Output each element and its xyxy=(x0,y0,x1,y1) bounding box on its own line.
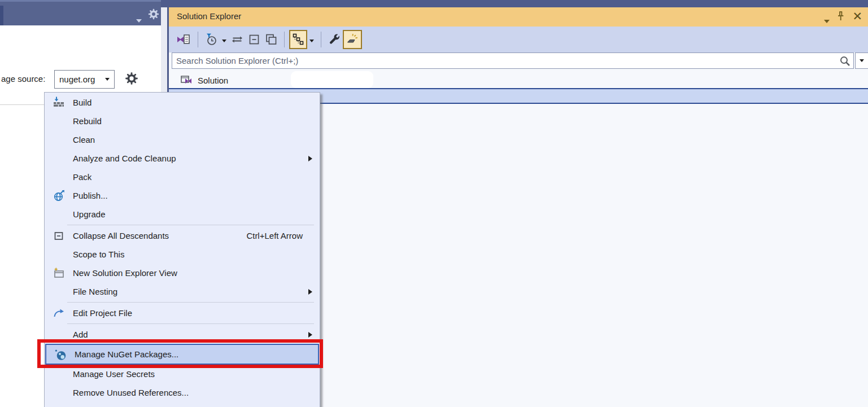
menu-item-manage-user-secrets[interactable]: Manage User Secrets xyxy=(45,365,320,383)
solution-explorer-titlebar: Solution Explorer ✕ xyxy=(169,7,868,27)
search-options-button[interactable] xyxy=(855,52,868,69)
preview-all-documents-icon[interactable] xyxy=(263,30,280,49)
menu-item-new-solution-explorer-view[interactable]: New Solution Explorer View xyxy=(45,264,320,282)
package-source-value: nuget.org xyxy=(59,75,95,84)
menu-item-edit-project-file[interactable]: Edit Project File xyxy=(45,304,320,322)
toolbar-separator xyxy=(198,32,198,47)
panel-title: Solution Explorer xyxy=(177,11,241,21)
menu-item-upgrade[interactable]: Upgrade xyxy=(45,205,320,224)
submenu-arrow-icon xyxy=(308,289,312,295)
menu-item-file-nesting[interactable]: File Nesting xyxy=(45,282,320,301)
menu-item-pack[interactable]: Pack xyxy=(45,168,320,186)
build-icon xyxy=(45,97,73,109)
menu-item-add[interactable]: Add xyxy=(45,325,320,344)
close-icon[interactable]: ✕ xyxy=(852,9,862,24)
preview-selected-items-toggle-icon[interactable] xyxy=(343,30,362,49)
selected-tab-edge xyxy=(0,6,3,25)
search-input[interactable] xyxy=(172,52,854,69)
tab-strip-underline xyxy=(0,104,44,105)
search-row xyxy=(169,52,868,70)
window-position-chevron-icon[interactable] xyxy=(824,15,830,25)
project-context-menu: Build Rebuild Clean Analyze and Code Cle… xyxy=(44,92,320,407)
pending-changes-filter-icon[interactable] xyxy=(203,30,220,49)
package-source-settings-gear-icon[interactable] xyxy=(124,71,139,88)
menu-item-analyze-and-code-cleanup[interactable]: Analyze and Code Cleanup xyxy=(45,149,320,168)
solution-explorer-toolbar xyxy=(169,27,868,52)
properties-wrench-icon[interactable] xyxy=(326,30,343,49)
menu-item-remove-unused-references[interactable]: Remove Unused References... xyxy=(45,383,320,402)
nuget-icon xyxy=(46,348,75,361)
shortcut-label: Ctrl+Left Arrow xyxy=(246,231,303,240)
menu-item-scope-to-this[interactable]: Scope to This xyxy=(45,245,320,264)
collapse-all-icon[interactable] xyxy=(246,30,263,49)
left-pane-titlebar xyxy=(0,0,161,25)
vs-window: age source: nuget.org Solution Explorer xyxy=(0,0,868,407)
pin-icon[interactable] xyxy=(834,10,847,24)
toolbar-separator xyxy=(321,32,321,47)
submenu-arrow-icon xyxy=(308,332,312,338)
switch-views-icon[interactable] xyxy=(175,30,193,49)
filter-dropdown-chevron-icon[interactable] xyxy=(222,34,226,45)
new-view-icon xyxy=(45,267,73,279)
pane-gear-icon[interactable] xyxy=(147,8,160,23)
nesting-dropdown-chevron-icon[interactable] xyxy=(309,34,314,45)
menu-item-manage-nuget-packages[interactable]: Manage NuGet Packages... xyxy=(45,344,319,365)
edit-project-file-icon xyxy=(45,307,73,320)
menu-item-rebuild[interactable]: Rebuild xyxy=(45,112,320,130)
sync-with-active-document-icon[interactable] xyxy=(229,30,246,49)
menu-separator xyxy=(67,323,314,324)
solution-icon xyxy=(180,74,193,87)
toolbar-separator xyxy=(284,32,285,47)
search-icon xyxy=(839,55,851,69)
package-source-label: age source: xyxy=(1,74,45,84)
collapse-all-icon xyxy=(45,230,73,242)
pane-chevron-down-icon[interactable] xyxy=(136,15,142,25)
file-nesting-toggle-icon[interactable] xyxy=(289,30,307,49)
submenu-arrow-icon xyxy=(308,156,312,161)
publish-globe-icon xyxy=(45,190,73,202)
menu-item-publish[interactable]: Publish... xyxy=(45,186,320,205)
chevron-down-icon xyxy=(105,78,110,81)
redacted-solution-name xyxy=(291,71,373,88)
menu-item-clean[interactable]: Clean xyxy=(45,130,320,149)
menu-separator xyxy=(67,302,314,303)
package-source-dropdown[interactable]: nuget.org xyxy=(54,70,115,89)
menu-item-collapse-all-descendants[interactable]: Collapse All Descendants Ctrl+Left Arrow xyxy=(45,226,320,245)
tree-item-solution[interactable]: Solution xyxy=(169,72,228,89)
menu-item-build[interactable]: Build xyxy=(45,93,320,112)
tree-item-label: Solution xyxy=(198,76,228,85)
menu-separator xyxy=(67,225,314,225)
